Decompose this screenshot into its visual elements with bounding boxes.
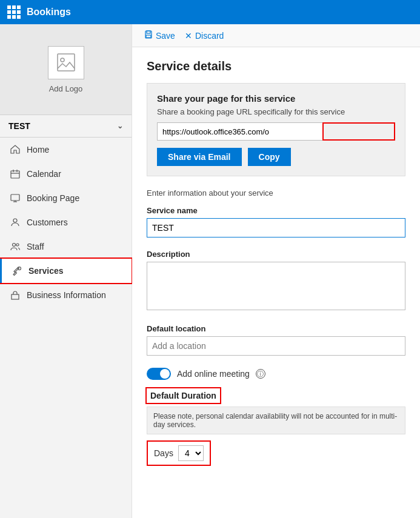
url-row (157, 122, 395, 141)
sidebar: Add Logo TEST ⌄ Home Calendar (0, 24, 132, 518)
save-icon (144, 30, 153, 41)
default-location-label: Default location (147, 324, 405, 333)
days-select[interactable]: 1 2 3 4 5 6 7 (178, 445, 204, 461)
app-title: Bookings (27, 7, 71, 18)
online-meeting-row: Add online meeting ⓘ (147, 368, 405, 380)
sidebar-item-services-label: Services (28, 266, 64, 276)
svg-point-10 (13, 244, 16, 247)
calendar-icon (10, 168, 21, 179)
description-section: Description (147, 250, 405, 320)
share-box: Share your page for this service Share a… (147, 83, 405, 176)
copy-button[interactable]: Copy (248, 148, 291, 166)
toolbar: Save ✕ Discard (132, 24, 420, 47)
add-logo-label[interactable]: Add Logo (49, 84, 83, 93)
service-name-input[interactable] (147, 218, 405, 237)
sidebar-item-business-information[interactable]: Business Information (0, 283, 132, 307)
sidebar-item-staff[interactable]: Staff (0, 234, 132, 259)
sidebar-item-staff-label: Staff (27, 242, 44, 251)
svg-rect-0 (58, 54, 75, 71)
online-meeting-toggle[interactable] (147, 368, 171, 380)
toggle-thumb (160, 369, 170, 379)
days-row: Days 1 2 3 4 5 6 7 (147, 440, 211, 466)
sidebar-item-calendar[interactable]: Calendar (0, 162, 132, 186)
description-label: Description (147, 250, 405, 259)
staff-icon (10, 241, 21, 252)
service-name-label: Service name (147, 206, 405, 215)
duration-note: Please note, personal calendar availabil… (147, 407, 405, 434)
default-duration-label: Default Duration (147, 388, 220, 403)
info-icon[interactable]: ⓘ (256, 369, 265, 379)
description-input[interactable] (147, 262, 405, 310)
logo-box[interactable] (48, 46, 84, 79)
share-box-description: Share a booking page URL specifically fo… (157, 107, 395, 116)
days-text: Days (154, 448, 173, 458)
chevron-down-icon: ⌄ (117, 122, 123, 130)
svg-point-9 (13, 219, 17, 222)
sidebar-item-customers-label: Customers (27, 217, 68, 227)
svg-point-1 (61, 58, 64, 62)
save-button[interactable]: Save (144, 30, 175, 41)
sidebar-item-services[interactable]: Services (0, 259, 132, 283)
page-title: Service details (147, 59, 405, 73)
sidebar-item-home-label: Home (27, 145, 49, 154)
share-via-email-button[interactable]: Share via Email (157, 148, 242, 166)
topbar: Bookings (0, 0, 420, 24)
sidebar-nav: Home Calendar Booking Page (0, 138, 132, 518)
customers-icon (10, 217, 21, 228)
share-box-title: Share your page for this service (157, 93, 395, 104)
sidebar-item-business-label: Business Information (27, 290, 106, 300)
services-icon (12, 265, 22, 276)
sidebar-item-booking-page[interactable]: Booking Page (0, 186, 132, 210)
form-info-text: Enter information about your service (147, 188, 405, 198)
online-meeting-label: Add online meeting (177, 369, 250, 379)
default-location-section: Default location (147, 324, 405, 364)
save-label: Save (156, 31, 175, 41)
svg-rect-16 (146, 35, 151, 38)
svg-rect-2 (11, 171, 19, 178)
service-name-section: Service name (147, 206, 405, 246)
logo-area: Add Logo (0, 24, 132, 115)
home-icon (10, 144, 21, 155)
svg-rect-15 (147, 31, 150, 33)
share-buttons: Share via Email Copy (157, 148, 395, 166)
svg-rect-6 (11, 194, 19, 201)
sidebar-item-customers[interactable]: Customers (0, 210, 132, 234)
logo-placeholder-icon (55, 51, 77, 73)
discard-button[interactable]: ✕ Discard (185, 31, 224, 41)
apps-grid-icon[interactable] (7, 5, 21, 19)
svg-point-11 (16, 244, 19, 246)
sidebar-item-home[interactable]: Home (0, 138, 132, 162)
main-content: Save ✕ Discard Service details Share you… (132, 24, 420, 518)
url-highlight-box (322, 122, 395, 141)
sidebar-item-booking-page-label: Booking Page (27, 193, 79, 203)
default-location-input[interactable] (147, 336, 405, 356)
default-duration-section: Default Duration Please note, personal c… (147, 388, 405, 466)
discard-icon: ✕ (185, 31, 192, 41)
discard-label: Discard (195, 31, 224, 41)
svg-rect-13 (12, 294, 19, 299)
sidebar-item-calendar-label: Calendar (27, 169, 61, 179)
org-name: TEST (8, 121, 30, 131)
business-icon (10, 290, 21, 301)
monitor-icon (10, 193, 21, 204)
content-area: Service details Share your page for this… (132, 47, 420, 518)
org-selector[interactable]: TEST ⌄ (0, 115, 132, 138)
url-input[interactable] (157, 122, 322, 141)
